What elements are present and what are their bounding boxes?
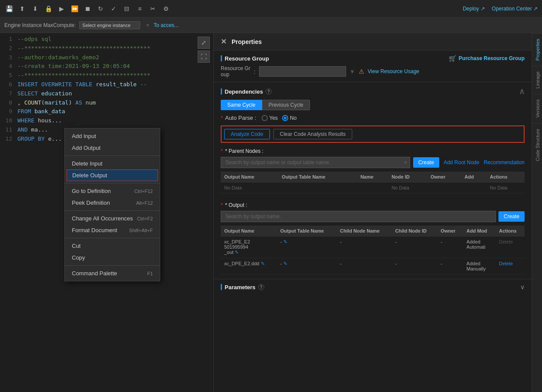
format-icon[interactable]: ≡ (135, 4, 145, 14)
play-icon[interactable]: ▶ (57, 4, 66, 14)
tools-icon[interactable]: ✂ (148, 4, 158, 14)
parent-create-button[interactable]: Create (413, 157, 439, 168)
clear-code-button[interactable]: Clear Code Analysis Results (273, 129, 352, 139)
params-expand-icon[interactable]: ∨ (520, 284, 525, 291)
ctx-sep-3 (65, 210, 160, 211)
parameters-row: Parameters ? ∨ (221, 284, 525, 291)
tab-previous-cycle[interactable]: Previous Cycle (262, 100, 310, 110)
tab-code-structure[interactable]: Code Structure (532, 123, 542, 166)
line-numbers: 12345 678910 1112 (0, 35, 16, 392)
th-child-node-name: Child Node Name (337, 226, 392, 237)
auto-parse-row: * Auto Parse : Yes No (221, 115, 525, 121)
ctx-copy[interactable]: Copy (65, 252, 160, 264)
ctx-add-input[interactable]: Add Input (65, 130, 160, 142)
code-line: FROM bank_data (16, 107, 213, 116)
fullscreen-btn[interactable]: ⛶ (198, 51, 210, 63)
add-root-node-link[interactable]: Add Root Node (444, 159, 479, 166)
close-button[interactable]: ✕ (221, 37, 226, 46)
operation-center-link[interactable]: Operation Center ↗ (492, 6, 538, 12)
refresh-icon[interactable]: ↻ (96, 4, 105, 14)
delete-link-2[interactable]: Delete (499, 261, 513, 266)
out-name-1: xc_DPE_E2501995994_out ✎ (221, 237, 277, 258)
ctx-command-palette[interactable]: Command Palette F1 (65, 267, 160, 279)
analyze-code-button[interactable]: Analyze Code (224, 129, 270, 139)
split-icon[interactable]: ⊟ (122, 4, 131, 14)
out-table-2: - ✎ (277, 258, 337, 274)
th-add-mod: Add Mod (463, 226, 496, 237)
lock-icon[interactable]: 🔒 (44, 4, 53, 14)
edit-icon-table-1[interactable]: ✎ (283, 239, 287, 244)
th-name: Name (357, 172, 388, 182)
deps-collapse-up[interactable]: ∧ (519, 87, 525, 96)
engine-access-link[interactable]: To acces... (154, 22, 178, 28)
ctx-delete-input[interactable]: Delete Input (65, 158, 160, 169)
code-line: --author:dataworks_demo2 (16, 53, 213, 62)
tab-versions[interactable]: Versions (532, 94, 542, 123)
radio-no[interactable]: No (282, 115, 296, 121)
analyze-row: Analyze Code Clear Code Analysis Results (221, 125, 525, 143)
th-out-actions: Actions (495, 226, 525, 237)
code-line: --create time:2021-09-13 20:05:04 (16, 62, 213, 71)
tab-lineage[interactable]: Lineage (532, 66, 542, 94)
ctx-add-output[interactable]: Add Output (65, 142, 160, 154)
delete-link-1[interactable]: Delete (499, 239, 513, 244)
cell-no-data-4: No Data (388, 182, 427, 193)
dependencies-help-icon[interactable]: ? (266, 88, 272, 95)
output-label: * * Output : (221, 202, 525, 208)
panel-header: ✕ Properties (214, 33, 532, 51)
ctx-peek-definition[interactable]: Peek Definition Alt+F12 (65, 197, 160, 209)
cell-no-data-2 (278, 182, 357, 193)
purchase-resource-group[interactable]: 🛒 Purchase Resource Group (449, 55, 525, 62)
recommendation-link[interactable]: Recommendation (484, 159, 525, 166)
engine-label: Engine Instance MaxCompute: (4, 22, 76, 28)
view-resource-usage[interactable]: View Resource Usage (368, 68, 420, 74)
save-icon[interactable]: 💾 (4, 4, 14, 14)
tab-same-cycle[interactable]: Same Cycle (221, 100, 262, 110)
out-child-id-2: - (392, 258, 437, 274)
output-search-input[interactable] (221, 211, 496, 222)
check-icon[interactable]: ✓ (109, 4, 118, 14)
main-toolbar: 💾 ⬆ ⬇ 🔒 ▶ ⏩ ⏹ ↻ ✓ ⊟ ≡ ✂ ⚙ Deploy ↗ Opera… (0, 0, 542, 17)
parent-search-input[interactable] (221, 157, 410, 168)
edit-icon-2[interactable]: ✎ (261, 261, 265, 266)
tab-properties[interactable]: Properties (532, 33, 542, 66)
code-line: --************************************* (16, 44, 213, 53)
ctx-format-doc[interactable]: Format Document Shift+Alt+F (65, 224, 160, 236)
parent-search-row: ▼ Create Add Root Node Recommendation (221, 157, 525, 168)
context-menu: Add Input Add Output Delete Input Delete… (64, 128, 160, 281)
blue-bar-deps (221, 88, 222, 95)
engine-select[interactable]: Select engine instance (79, 21, 140, 29)
cell-no-data-1: No Data (221, 182, 278, 193)
right-sidebar: Properties Lineage Versions Code Structu… (532, 33, 542, 392)
expand-btn[interactable]: ⤢ (198, 37, 210, 49)
ctx-delete-output[interactable]: Delete Output (67, 169, 158, 181)
out-actions-2: Delete (495, 258, 525, 274)
flow-icon[interactable]: ⚙ (161, 4, 171, 14)
download-icon[interactable]: ⬇ (30, 4, 40, 14)
th-owner: Owner (427, 172, 461, 182)
edit-icon-table-2[interactable]: ✎ (283, 261, 287, 266)
code-line: --odps sql (16, 35, 213, 44)
stop-icon[interactable]: ⏹ (83, 4, 92, 14)
cell-no-data-6 (461, 182, 486, 193)
output-create-button[interactable]: Create (498, 211, 525, 222)
rg-select[interactable] (259, 66, 346, 77)
ctx-go-to-definition[interactable]: Go to Definition Ctrl+F12 (65, 185, 160, 197)
main-layout: 12345 678910 1112 --odps sql --*********… (0, 33, 542, 392)
debug-icon[interactable]: ⏩ (70, 4, 79, 14)
ctx-change-all[interactable]: Change All Occurrences Ctrl+F2 (65, 213, 160, 224)
edit-icon-1[interactable]: ✎ (235, 250, 239, 255)
deploy-link[interactable]: Deploy ↗ (463, 6, 485, 12)
dependencies-title: Dependencies (225, 88, 263, 95)
table-row: No Data No Data No Data (221, 182, 525, 193)
th-add: Add (461, 172, 486, 182)
out-name-2: xc_DPE_E2.ddd ✎ (221, 258, 277, 274)
dependencies-title-row: Dependencies ? ∧ (221, 87, 525, 96)
out-actions-1: Delete (495, 237, 525, 258)
ctx-sep-2 (65, 183, 160, 183)
parameters-help-icon[interactable]: ? (258, 284, 264, 290)
radio-yes[interactable]: Yes (262, 115, 278, 121)
upload-icon[interactable]: ⬆ (17, 4, 27, 14)
ctx-cut[interactable]: Cut (65, 240, 160, 252)
th-node-id: Node ID (388, 172, 427, 182)
